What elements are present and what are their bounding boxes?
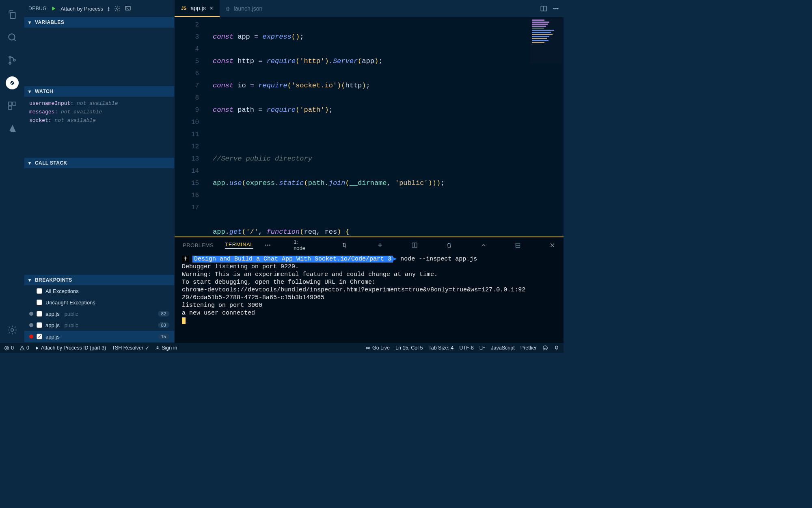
chevron-down-icon: ▾	[28, 160, 32, 166]
watch-item[interactable]: usernameInput: not available	[29, 99, 169, 108]
start-debug-icon[interactable]	[51, 6, 56, 11]
checkbox-icon[interactable]: ✓	[37, 334, 42, 339]
terminal-line: a new user connected	[182, 309, 556, 317]
close-icon[interactable]: ×	[210, 5, 213, 11]
tab-bar: JS app.js × {} launch.json •••	[175, 0, 564, 17]
activity-bar	[0, 0, 24, 343]
breakpoint-item[interactable]: app.js public 83	[24, 319, 174, 331]
watch-body: usernameInput: not available messages: n…	[24, 97, 174, 127]
split-terminal-icon[interactable]	[411, 242, 418, 248]
status-tsh-resolver[interactable]: TSH Resolver ✓	[112, 345, 149, 351]
breakpoint-item[interactable]: ✓ app.js 15	[24, 331, 174, 342]
svg-point-9	[11, 329, 14, 332]
svg-point-16	[157, 346, 158, 348]
source-control-icon[interactable]	[2, 50, 22, 70]
terminal-cursor	[182, 317, 186, 324]
tab-label: app.js	[190, 5, 205, 11]
status-debug-config[interactable]: Attach by Process ID (part 3)	[35, 345, 106, 351]
code-editor[interactable]: 2345 6789 10111213 1415 1617 const app =…	[175, 17, 564, 237]
svg-point-17	[367, 347, 369, 348]
svg-point-10	[117, 8, 118, 9]
extensions-icon[interactable]	[2, 96, 22, 115]
status-bar: 0 0 Attach by Process ID (part 3) TSH Re…	[0, 343, 564, 353]
svg-rect-6	[9, 102, 12, 105]
js-file-icon: JS	[181, 6, 186, 11]
terminal-command: node --inspect app.js	[400, 256, 477, 263]
watch-item[interactable]: messages: not available	[29, 108, 169, 116]
debug-header: DEBUG Attach by Process ‡	[24, 0, 174, 17]
checkbox-icon[interactable]	[37, 322, 42, 328]
status-errors[interactable]: 0	[4, 345, 14, 351]
chevron-down-icon: ▾	[28, 89, 32, 94]
svg-rect-11	[125, 7, 130, 10]
variables-body	[24, 28, 174, 86]
checkbox-icon[interactable]	[37, 300, 42, 305]
svg-point-1	[9, 56, 11, 58]
status-tab-size[interactable]: Tab Size: 4	[428, 345, 454, 351]
svg-rect-7	[13, 102, 16, 105]
terminal-line: 29/6cda51b5-2788-4725-8a65-c15b3b149065	[182, 294, 556, 302]
watch-section-header[interactable]: ▾ WATCH	[24, 86, 174, 97]
debug-icon[interactable]	[6, 76, 19, 89]
feedback-icon[interactable]	[542, 345, 548, 351]
terminal-line: Warning: This is an experimental feature…	[182, 271, 556, 278]
svg-rect-8	[9, 106, 12, 109]
breakpoint-all-exceptions[interactable]: All Exceptions	[24, 285, 174, 297]
breakpoints-section-header[interactable]: ▾ BREAKPOINTS	[24, 275, 174, 285]
editor-area: JS app.js × {} launch.json ••• 2345 6789	[175, 0, 564, 343]
panel-tab-terminal[interactable]: TERMINAL	[225, 241, 253, 249]
callstack-body	[24, 168, 174, 275]
status-prettier[interactable]: Prettier	[520, 345, 537, 351]
terminal-prompt-path: Design and Build a Chat App With Socket.…	[192, 256, 393, 263]
terminal-output[interactable]: ✝ Design and Build a Chat App With Socke…	[175, 253, 564, 343]
terminal-line: Debugger listening on port 9229.	[182, 263, 556, 271]
breakpoints-body: All Exceptions Uncaught Exceptions app.j…	[24, 285, 174, 343]
variables-section-header[interactable]: ▾ VARIABLES	[24, 17, 174, 28]
minimap[interactable]	[530, 19, 562, 63]
json-file-icon: {}	[226, 6, 230, 11]
status-sign-in[interactable]: Sign in	[155, 345, 177, 351]
watch-item[interactable]: socket: not available	[29, 116, 169, 125]
breakpoint-item[interactable]: app.js public 82	[24, 308, 174, 319]
debug-sidebar: DEBUG Attach by Process ‡ ▾ VARIABLES	[24, 0, 175, 343]
svg-point-18	[543, 346, 548, 350]
split-editor-icon[interactable]	[540, 5, 547, 12]
debug-config-select[interactable]: Attach by Process	[60, 6, 103, 12]
settings-icon[interactable]	[2, 320, 22, 340]
tab-launch-json[interactable]: {} launch.json	[220, 0, 269, 17]
debug-console-icon[interactable]	[125, 5, 131, 12]
chevron-down-icon: ▾	[28, 20, 32, 25]
azure-icon[interactable]	[2, 119, 22, 138]
checkbox-icon[interactable]	[37, 311, 42, 317]
chevron-up-icon[interactable]	[481, 242, 487, 248]
status-go-live[interactable]: Go Live	[365, 345, 390, 351]
explorer-icon[interactable]	[2, 5, 22, 24]
line-gutter: 2345 6789 10111213 1415 1617	[175, 17, 206, 237]
variables-label: VARIABLES	[35, 20, 64, 25]
watch-label: WATCH	[35, 89, 53, 94]
code-content[interactable]: const app = express(); const http = requ…	[206, 17, 564, 237]
more-icon[interactable]: •••	[553, 6, 559, 12]
tab-app-js[interactable]: JS app.js ×	[175, 0, 220, 17]
panel-tab-more[interactable]: •••	[265, 242, 271, 248]
status-warnings[interactable]: 0	[19, 345, 29, 351]
breakpoint-uncaught-exceptions[interactable]: Uncaught Exceptions	[24, 297, 174, 308]
status-encoding[interactable]: UTF-8	[459, 345, 473, 351]
debug-config-indicator[interactable]: ‡	[107, 6, 110, 12]
search-icon[interactable]	[2, 28, 22, 47]
close-panel-icon[interactable]	[549, 242, 555, 248]
bell-icon[interactable]	[554, 345, 559, 351]
new-terminal-icon[interactable]	[377, 242, 383, 248]
callstack-section-header[interactable]: ▾ CALL STACK	[24, 158, 174, 168]
status-language[interactable]: JavaScript	[491, 345, 514, 351]
panel-tab-problems[interactable]: PROBLEMS	[183, 242, 214, 248]
gear-icon[interactable]	[114, 5, 121, 12]
terminal-selector[interactable]: 1: node ⇅	[294, 239, 347, 251]
chevron-updown-icon: ⇅	[342, 242, 347, 248]
status-eol[interactable]: LF	[479, 345, 486, 351]
checkbox-icon[interactable]	[37, 288, 42, 294]
status-ln-col[interactable]: Ln 15, Col 5	[395, 345, 423, 351]
maximize-panel-icon[interactable]	[515, 242, 521, 248]
panel-tabs: PROBLEMS TERMINAL ••• 1: node ⇅	[175, 237, 564, 253]
trash-icon[interactable]	[446, 242, 452, 248]
